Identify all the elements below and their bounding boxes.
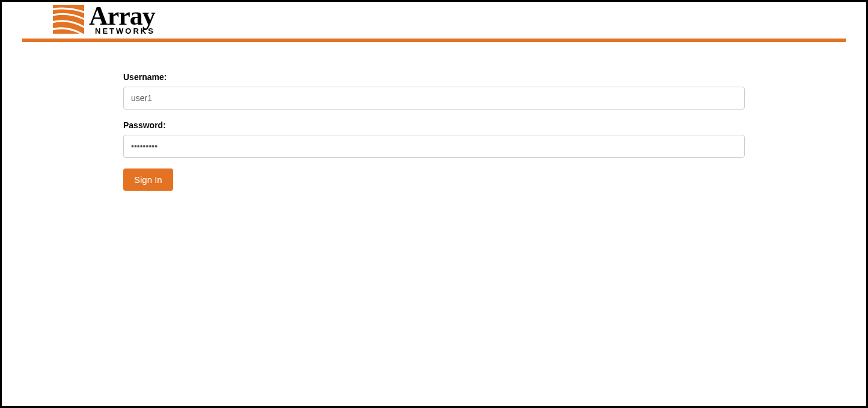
- header: Array NETWORKS: [2, 2, 866, 42]
- header-accent-bar: [22, 39, 846, 42]
- brand-logo: Array NETWORKS: [53, 3, 866, 35]
- password-input[interactable]: [123, 135, 745, 158]
- password-label: Password:: [123, 120, 745, 130]
- username-group: Username:: [123, 72, 745, 110]
- brand-text: Array NETWORKS: [89, 3, 155, 35]
- signin-button[interactable]: Sign In: [123, 168, 173, 191]
- brand-subtitle: NETWORKS: [89, 27, 155, 35]
- username-label: Username:: [123, 72, 745, 82]
- password-group: Password:: [123, 120, 745, 158]
- brand-name: Array: [89, 3, 155, 29]
- username-input[interactable]: [123, 87, 745, 110]
- login-form: Username: Password: Sign In: [117, 72, 751, 191]
- array-logo-icon: [53, 5, 84, 34]
